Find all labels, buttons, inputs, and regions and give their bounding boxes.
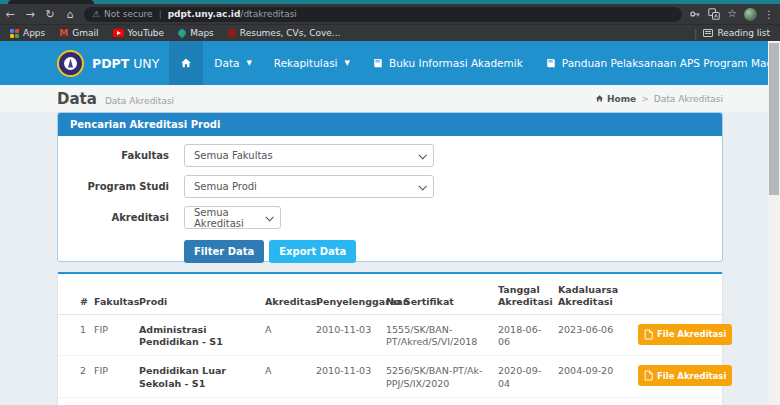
col-no-sertifikat: No Sertifikat: [386, 278, 498, 314]
results-panel: # Fakultas Prodi Akreditasi Penyelenggar…: [57, 272, 723, 405]
bookmark-label: Gmail: [72, 28, 98, 38]
col-actions: [638, 278, 724, 314]
nav-home[interactable]: [169, 41, 203, 85]
cell-prodi: Pendidikan Luar Biasa - S1: [139, 398, 265, 405]
file-icon: [644, 370, 653, 381]
file-akreditasi-label: File Akreditasi: [657, 329, 726, 339]
export-data-button[interactable]: Export Data: [269, 240, 356, 263]
nav-panduan[interactable]: Panduan Pelaksanaan APS Program Magister: [534, 41, 780, 85]
breadcrumb-current: Data Akreditasi: [654, 94, 723, 104]
browser-window: ← → ↻ ⌂ ⚠ Not secure | pdpt.uny.ac.id /d…: [0, 0, 780, 405]
cell-no: 1: [58, 314, 94, 356]
nav-buku-informasi[interactable]: Buku Informasi Akademik: [361, 41, 534, 85]
page-title: Data: [57, 90, 97, 108]
cell-no: 2: [58, 356, 94, 398]
home-icon: [595, 94, 604, 103]
cell-penyelenggaraan: 2010-11-03: [316, 356, 386, 398]
cell-fakultas: FIP: [94, 314, 139, 356]
reload-icon[interactable]: ↻: [40, 8, 60, 21]
nav-data[interactable]: Data▼: [203, 41, 262, 85]
brand[interactable]: PDPT UNY: [92, 56, 159, 71]
cell-sertifikat: 8234/SK/BAN-PT/Ak-PPJ/S/XII/2020: [386, 398, 498, 405]
bookmark-resumes[interactable]: Resumes, CVs, Cove...: [228, 28, 341, 38]
table-row: 3FIPPendidikan Luar Biasa - S1A2016-04-0…: [58, 398, 724, 405]
password-key-icon[interactable]: [689, 8, 701, 20]
program-studi-select[interactable]: Semua Prodi: [184, 175, 434, 198]
cell-actions: File Akreditasi: [638, 314, 724, 356]
forward-icon[interactable]: →: [20, 8, 40, 21]
nav-rekapitulasi[interactable]: Rekapitulasi▼: [263, 41, 361, 85]
brand-rest: UNY: [133, 56, 159, 71]
cell-tanggal: 2018-06-06: [498, 314, 558, 356]
browser-toolbar: ← → ↻ ⌂ ⚠ Not secure | pdpt.uny.ac.id /d…: [0, 4, 780, 24]
filter-data-button[interactable]: Filter Data: [184, 240, 264, 263]
cell-fakultas: FIP: [94, 356, 139, 398]
cell-tanggal: 2020-12-13: [498, 398, 558, 405]
scrollbar-thumb[interactable]: [769, 43, 779, 195]
youtube-icon: [113, 29, 124, 37]
cell-sertifikat: 5256/SK/BAN-PT/Ak-PPJ/S/IX/2020: [386, 356, 498, 398]
cell-actions: File Akreditasi: [638, 398, 724, 405]
uny-logo: [57, 50, 84, 77]
col-akreditasi: Akreditasi: [265, 278, 316, 314]
gmail-icon: M: [59, 28, 68, 38]
program-studi-label: Program Studi: [58, 181, 169, 192]
program-studi-selected-value: Semua Prodi: [194, 181, 257, 192]
breadcrumb: Home > Data Akreditasi: [595, 94, 723, 104]
cell-penyelenggaraan: 2016-04-08: [316, 398, 386, 405]
not-secure-warning-icon: ⚠: [92, 9, 100, 19]
cell-prodi: Administrasi Pendidikan - S1: [139, 314, 265, 356]
book-icon: [372, 57, 384, 69]
bookmark-gmail[interactable]: M Gmail: [59, 28, 98, 38]
cell-prodi: Pendidikan Luar Sekolah - S1: [139, 356, 265, 398]
filter-panel-title: Pencarian Akreditasi Prodi: [58, 113, 722, 136]
akreditasi-label: Akreditasi: [58, 212, 169, 223]
bookmark-maps[interactable]: Maps: [178, 28, 214, 38]
nav-label: Buku Informasi Akademik: [389, 57, 523, 69]
col-prodi: Prodi: [139, 278, 265, 314]
bookmark-youtube[interactable]: YouTube: [113, 28, 165, 38]
akreditasi-select[interactable]: Semua Akreditasi: [184, 206, 281, 229]
col-tanggal-akreditasi: Tanggal Akreditasi: [498, 278, 558, 314]
fakultas-select[interactable]: Semua Fakultas: [184, 144, 434, 167]
file-akreditasi-button[interactable]: File Akreditasi: [638, 365, 732, 386]
back-icon[interactable]: ←: [0, 8, 20, 21]
reading-list-button[interactable]: Reading list: [703, 28, 770, 38]
address-bar[interactable]: ⚠ Not secure | pdpt.uny.ac.id /dtakredit…: [84, 7, 682, 22]
filter-panel: Pencarian Akreditasi Prodi Fakultas Semu…: [57, 112, 723, 262]
bookmark-label: Maps: [190, 28, 214, 38]
nav-label: Panduan Pelaksanaan APS Program Magister: [562, 57, 780, 69]
breadcrumb-label: Home: [607, 94, 636, 104]
breadcrumb-home-link[interactable]: Home: [595, 94, 636, 104]
file-akreditasi-button[interactable]: File Akreditasi: [638, 324, 732, 345]
omnibox-separator: |: [159, 9, 162, 19]
profile-avatar[interactable]: [744, 8, 757, 21]
col-kadaluarsa-akreditasi: Kadaluarsa Akreditasi: [558, 278, 638, 314]
table-body: 1FIPAdministrasi Pendidikan - S1A2010-11…: [58, 314, 724, 405]
apps-grid-icon: [10, 29, 19, 38]
col-fakultas: Fakultas: [94, 278, 139, 314]
security-label: Not secure: [104, 9, 153, 19]
bookmark-label: YouTube: [128, 28, 165, 38]
cell-no: 3: [58, 398, 94, 405]
bookmark-apps[interactable]: Apps: [10, 28, 45, 38]
bookmarks-separator: |: [694, 28, 697, 39]
bookmarks-bar: Apps M Gmail YouTube Maps Resumes, CVs, …: [0, 24, 780, 41]
file-icon: [644, 329, 653, 340]
table-row: 1FIPAdministrasi Pendidikan - S1A2010-11…: [58, 314, 724, 356]
url-host: pdpt.uny.ac.id: [168, 9, 241, 19]
page-scrollbar[interactable]: [768, 41, 780, 405]
book-icon: [545, 57, 557, 69]
fakultas-selected-value: Semua Fakultas: [194, 150, 273, 161]
breadcrumb-separator: >: [641, 94, 649, 104]
home-icon: [180, 57, 192, 69]
bookmark-label: Resumes, CVs, Cove...: [240, 28, 341, 38]
home-icon[interactable]: ⌂: [60, 8, 80, 21]
bookmark-star-icon[interactable]: ☆: [727, 8, 737, 20]
akreditasi-table: # Fakultas Prodi Akreditasi Penyelenggar…: [58, 278, 724, 405]
translate-icon[interactable]: [708, 8, 720, 20]
browser-menu-icon[interactable]: ⋮: [764, 9, 774, 20]
chevron-down-icon: ▼: [246, 59, 251, 67]
page-subtitle: Data Akreditasi: [105, 96, 174, 106]
nav-label: Rekapitulasi: [274, 57, 338, 69]
